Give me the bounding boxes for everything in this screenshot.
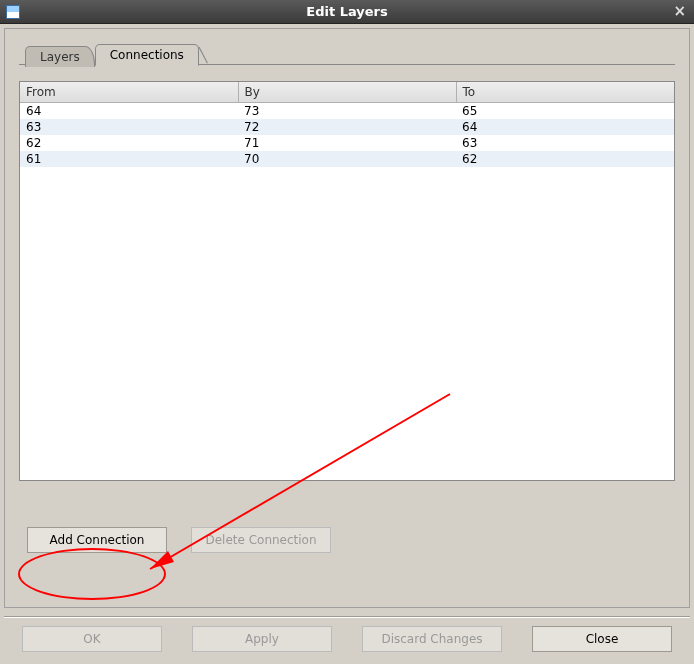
tab-label: Connections	[110, 48, 184, 62]
table-row[interactable]: 647365	[20, 103, 674, 120]
table-row[interactable]: 617062	[20, 151, 674, 167]
tab-connections[interactable]: Connections	[95, 44, 199, 66]
cell-to: 62	[456, 151, 674, 167]
footer-buttons: OK Apply Discard Changes Close	[4, 626, 690, 652]
tab-layers[interactable]: Layers	[25, 46, 95, 67]
tab-strip: Layers Connections ╲	[25, 43, 675, 65]
table-header-row: From By To	[20, 82, 674, 103]
col-header-by[interactable]: By	[238, 82, 456, 103]
titlebar: Edit Layers ×	[0, 0, 694, 24]
cell-by: 70	[238, 151, 456, 167]
tab-edge-decoration: ╲	[199, 47, 207, 63]
connections-table: From By To 647365637264627163617062	[20, 82, 674, 167]
main-panel: Layers Connections ╲ From By To 647365	[4, 28, 690, 608]
table-body: 647365637264627163617062	[20, 103, 674, 168]
cell-to: 65	[456, 103, 674, 120]
col-header-to[interactable]: To	[456, 82, 674, 103]
cell-by: 73	[238, 103, 456, 120]
apply-button: Apply	[192, 626, 332, 652]
table-row[interactable]: 627163	[20, 135, 674, 151]
cell-from: 62	[20, 135, 238, 151]
table-row[interactable]: 637264	[20, 119, 674, 135]
cell-by: 71	[238, 135, 456, 151]
cell-to: 63	[456, 135, 674, 151]
connections-table-wrap: From By To 647365637264627163617062	[19, 81, 675, 481]
cell-to: 64	[456, 119, 674, 135]
col-header-from[interactable]: From	[20, 82, 238, 103]
ok-button: OK	[22, 626, 162, 652]
cell-from: 63	[20, 119, 238, 135]
table-actions: Add Connection Delete Connection	[27, 527, 675, 553]
discard-changes-button: Discard Changes	[362, 626, 502, 652]
window-body: Layers Connections ╲ From By To 647365	[0, 24, 694, 664]
tab-content-connections: From By To 647365637264627163617062 Add …	[19, 64, 675, 553]
cell-from: 64	[20, 103, 238, 120]
cell-by: 72	[238, 119, 456, 135]
tab-label: Layers	[40, 50, 80, 64]
cell-from: 61	[20, 151, 238, 167]
footer-separator	[4, 616, 690, 618]
delete-connection-button: Delete Connection	[191, 527, 331, 553]
close-button[interactable]: Close	[532, 626, 672, 652]
window-title: Edit Layers	[0, 4, 694, 19]
close-icon[interactable]: ×	[673, 4, 686, 19]
add-connection-button[interactable]: Add Connection	[27, 527, 167, 553]
